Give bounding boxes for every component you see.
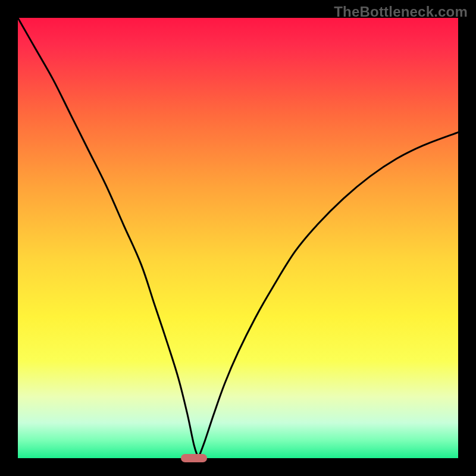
gradient-background — [18, 18, 458, 458]
minimum-marker — [181, 454, 207, 462]
chart-svg — [18, 18, 458, 458]
plot-area — [18, 18, 458, 458]
chart-frame: TheBottleneck.com — [0, 0, 476, 476]
